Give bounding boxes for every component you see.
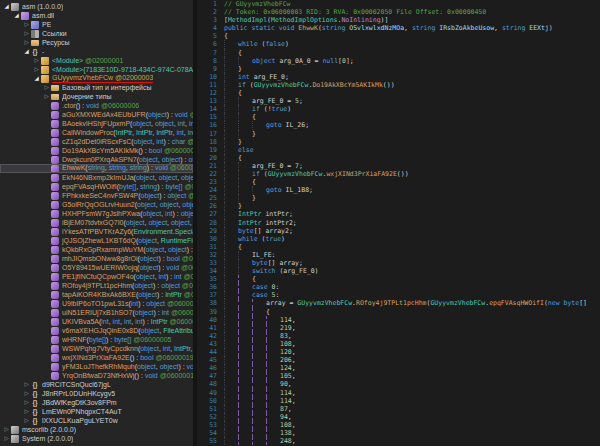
code-line[interactable]: 15{ [197,113,600,121]
code-line[interactable]: 1// GUyyvmzVhebFCw [197,0,600,8]
code-line[interactable]: 30while (true) [197,235,600,243]
code-line[interactable]: 23{ [197,178,600,186]
tree-item[interactable]: ▷{}d9RCiTCSnQucl67jgL [0,380,193,389]
code-line[interactable]: 34switch (arg_FE_0) [197,267,600,275]
expander-icon[interactable]: ▷ [22,20,31,29]
code-line[interactable]: 55248, [197,437,600,445]
tree-item[interactable]: ▷Ресурсы [0,38,193,47]
code-line[interactable]: 32IL_FE: [197,251,600,259]
code-line[interactable]: 46124, [197,364,600,372]
code-line[interactable]: 10int arg_FE_0; [197,73,600,81]
tree-item[interactable]: iBjEM07tdvtxGQ7I0(object, object, object… [0,218,193,227]
code-line[interactable]: 43108, [197,340,600,348]
tree-item[interactable]: ▷System (2.0.0.0) [0,434,193,443]
code-line[interactable]: 14if (!true) [197,105,600,113]
tree-item[interactable]: UKIVBva5A(int, int, int, int) : IntPtr @… [0,317,193,326]
tree-item[interactable]: ▷{}LmEWn0PNhqpxCT4AuT [0,407,193,416]
tree-item[interactable]: EhwwK(string, string, string) : void @06… [0,164,193,173]
tree-item[interactable]: BAoekvlHShjFUpxmP(object, object, int, i… [0,119,193,128]
tree-item[interactable]: iYkesATfPBVTKrAZy6(Environment.SpecialFo… [0,227,193,236]
tree-item[interactable]: epqFVAsqHWOifI(byte[], string) : byte[] … [0,182,193,191]
code-line[interactable]: 5187, [197,405,600,413]
code-line[interactable]: 28IntPtr intPtr2; [197,219,600,227]
expander-icon[interactable]: ◢ [22,47,31,56]
code-line[interactable]: 4890, [197,380,600,388]
tree-item[interactable]: ▷{}J8nRPrL0DUnHKcygv5 [0,389,193,398]
code-line[interactable]: 36case 0: [197,283,600,291]
tree-item[interactable]: cZ1q2dDet0iRScxFsC(object, int) : char @… [0,137,193,146]
tree-item[interactable]: CallWindowProc(IntPtr, IntPtr, IntPtr, i… [0,128,193,137]
tree-item[interactable]: ▷PE [0,20,193,29]
tree-item[interactable]: tapAiKOR4KBxAk6BXE(object) : IntPtr @060… [0,290,193,299]
code-line[interactable]: 27IntPtr intPtr; [197,210,600,218]
code-line[interactable]: 31{ [197,243,600,251]
expander-icon[interactable]: ▷ [42,92,51,101]
code-line[interactable]: 20{ [197,154,600,162]
code-line[interactable]: 33byte[] array; [197,259,600,267]
expander-icon[interactable]: ◢ [32,74,41,83]
code-line[interactable]: 7{ [197,49,600,57]
tree-item[interactable]: aGuXMXWEdAx4EUbUFR(object) : void @0600 [0,110,193,119]
tree-item[interactable]: WSWPqhg7VtyCpcdknn(object, int, IntPtr, … [0,344,193,353]
expander-icon[interactable]: ▷ [22,29,31,38]
code-line[interactable]: 11if (GUyyvmzVhebFCw.Do19AkXBcYm5AKIkMk(… [197,81,600,89]
code-line[interactable]: 6while (false) [197,40,600,48]
decompiled-code-view[interactable]: 1// GUyyvmzVhebFCw2// Token: 0x06000003 … [197,0,600,446]
code-line[interactable]: 45206, [197,356,600,364]
tree-item[interactable]: jQJSOjZhewL1KBT6dQ(object, RuntimeFieldH… [0,236,193,245]
tree-item[interactable]: FPhkxkeSeC4nvFSW4P(object) : object @060… [0,191,193,200]
tree-item[interactable]: PE1jfINCfuQCpwOF4o(object, int) : int @0… [0,272,193,281]
tree-item[interactable]: ▷{}lXXUCLKuaPguLYET0w [0,416,193,425]
tree-item[interactable]: EkN46NBxmp2kImUJa(object, object, object… [0,173,193,182]
code-line[interactable]: 21arg_FE_0 = 7; [197,162,600,170]
code-line[interactable]: 5{ [197,32,600,40]
code-line[interactable]: 25} [197,194,600,202]
code-line[interactable]: 4283, [197,332,600,340]
expander-icon[interactable]: ▷ [22,38,31,47]
tree-item[interactable]: ▷Ссылки [0,29,193,38]
tree-item[interactable]: yFM3LoJThefkRhMquh(object, object) : voi… [0,362,193,371]
expander-icon[interactable]: ▷ [22,416,31,425]
code-line[interactable]: 17} [197,130,600,138]
tree-item[interactable]: ▷<Module> @02000001 [0,56,193,65]
code-line[interactable]: 22if (GUyyvmzVhebFCw.wxjXINd3PrXiaFA92E(… [197,170,600,178]
code-line[interactable]: 13arg_FE_0 = 5; [197,97,600,105]
code-line[interactable]: 12{ [197,89,600,97]
tree-item[interactable]: O5Y89415wUERIW0ojq(object) : void @06000… [0,263,193,272]
tree-item[interactable]: Do19AkXBcYm5AKIkMk() : bool @06000018 [0,146,193,155]
tree-item[interactable]: kQkbRxGpRxamnpWuYM(object, object) : obj… [0,245,193,254]
tree-item[interactable]: U9lbIP6oTO1pwL31s(int) : object @0600000… [0,299,193,308]
expander-icon[interactable]: ▷ [42,83,51,92]
code-line[interactable]: 41219, [197,324,600,332]
code-line[interactable]: 3[MethodImpl(MethodImplOptions.NoInlinin… [197,16,600,24]
code-line[interactable]: 38array = GUyyvmzVhebFCw.ROfoy4j9TPLt1pc… [197,299,600,307]
code-line[interactable]: 54138, [197,429,600,437]
code-line[interactable]: 39{ [197,308,600,316]
tree-item[interactable]: ◢GUyyvmzVhebFCw @02000003 [0,74,193,83]
code-line[interactable]: 4public static void EhwwK(string OSvlxwl… [197,24,600,32]
code-line[interactable]: 8object arg_0A_0 = null[0]; [197,57,600,65]
code-line[interactable]: 18} [197,138,600,146]
code-line[interactable]: 26} [197,202,600,210]
tree-item[interactable]: G5olRrQqOGLrvHuun2(object, object, objec… [0,200,193,209]
tree-item[interactable]: uiN51ERIUj7xB1hSO7(object) : int @060000… [0,308,193,317]
tree-item[interactable]: ◢asm.dll [0,11,193,20]
tree-item[interactable]: ▷Дочерние типы [0,92,193,101]
tree-item[interactable]: v6maXEHGJqQinE0x8D(object, FileAttribute… [0,326,193,335]
expander-icon[interactable]: ▷ [22,398,31,407]
tree-item[interactable]: ▷mscorlib (2.0.0.0) [0,425,193,434]
code-line[interactable]: 53108, [197,421,600,429]
expander-icon[interactable]: ◢ [2,2,11,11]
tree-item[interactable]: ▷Базовый тип и интерфейсы [0,83,193,92]
code-line[interactable]: 2// Token: 0x06000003 RID: 3 RVA: 0x0000… [197,8,600,16]
expander-icon[interactable]: ▷ [22,389,31,398]
tree-item[interactable]: ROfoy4j9TPLt1pcHhm(object) : object @060… [0,281,193,290]
tree-item[interactable]: YrqOnBfwaD73NfHxWj() : void @0600001E [0,371,193,380]
code-line[interactable]: 9} [197,65,600,73]
code-line[interactable]: 47105, [197,372,600,380]
expander-icon[interactable]: ◢ [12,11,21,20]
code-line[interactable]: 40114, [197,316,600,324]
code-line[interactable]: 44120, [197,348,600,356]
tree-item[interactable]: Dwqkcun0PXrqAkSPN7(object, object) : obj… [0,155,193,164]
expander-icon[interactable]: ▷ [2,434,11,443]
